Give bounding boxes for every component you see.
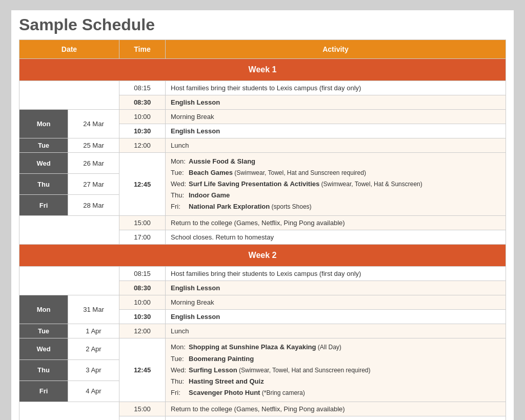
activity-cell: Host families bring their students to Le… (166, 267, 506, 281)
table-row: Mon31 Mar10:00Morning Break (19, 295, 506, 310)
activity-cell: Lunch (166, 138, 506, 153)
week-header-week2: Week 2 (19, 245, 506, 267)
time-cell: 12:00 (119, 138, 166, 153)
activity-cell: Morning Break (166, 295, 506, 310)
day-cell-tue: Tue (19, 324, 68, 338)
time-cell: 08:30 (119, 281, 166, 295)
table-header-row: Date Time Activity (19, 40, 506, 59)
activity-cell: English Lesson (166, 124, 506, 138)
activity-cell: Morning Break (166, 110, 506, 124)
week-header-week1: Week 1 (19, 59, 506, 81)
table-row: 15:00Return to the college (Games, Netfl… (19, 402, 506, 416)
date-cell-thu: 27 Mar (68, 174, 119, 195)
activity-cell-afternoon: Mon:Shopping at Sunshine Plaza & Kayakin… (166, 338, 506, 402)
time-cell: 17:00 (119, 230, 166, 245)
table-row: 08:15Host families bring their students … (19, 267, 506, 281)
date-cell-fri: 4 Apr (68, 381, 119, 402)
activity-cell: English Lesson (166, 281, 506, 295)
time-cell: 10:00 (119, 110, 166, 124)
table-row: Tue1 Apr12:00Lunch (19, 324, 506, 338)
activity-cell: School closes. Return to homestay (166, 416, 506, 420)
header-time: Time (119, 40, 166, 59)
activity-cell: English Lesson (166, 95, 506, 110)
activity-cell-afternoon: Mon:Aussie Food & SlangTue:Beach Games (… (166, 153, 506, 216)
date-cell-mon: 31 Mar (68, 295, 119, 324)
table-row: Mon24 Mar10:00Morning Break (19, 110, 506, 124)
header-activity: Activity (166, 40, 506, 59)
page-title: Sample Schedule (19, 15, 506, 34)
table-row: 08:15Host families bring their students … (19, 81, 506, 95)
time-cell: 15:00 (119, 216, 166, 230)
time-cell: 17:00 (119, 416, 166, 420)
time-cell: 12:00 (119, 324, 166, 338)
date-cell-wed: 26 Mar (68, 153, 119, 174)
time-cell-afternoon: 12:45 (119, 338, 166, 402)
time-cell: 10:30 (119, 124, 166, 138)
day-cell-thu: Thu (19, 359, 68, 381)
time-cell: 08:15 (119, 267, 166, 281)
date-cell-wed: 2 Apr (68, 338, 119, 359)
table-row: Wed2 Apr12:45Mon:Shopping at Sunshine Pl… (19, 338, 506, 359)
header-date: Date (19, 40, 119, 59)
time-cell: 10:30 (119, 310, 166, 324)
time-cell: 08:30 (119, 95, 166, 110)
day-cell-tue: Tue (19, 138, 68, 153)
time-cell-afternoon: 12:45 (119, 153, 166, 216)
table-row: Tue25 Mar12:00Lunch (19, 138, 506, 153)
date-cell-thu: 3 Apr (68, 359, 119, 381)
activity-cell: Lunch (166, 324, 506, 338)
day-cell-fri: Fri (19, 195, 68, 216)
day-cell-mon: Mon (19, 295, 68, 324)
day-cell-wed: Wed (19, 338, 68, 359)
time-cell: 15:00 (119, 402, 166, 416)
activity-cell: Host families bring their students to Le… (166, 81, 506, 95)
day-cell-wed: Wed (19, 153, 68, 174)
time-cell: 08:15 (119, 81, 166, 95)
day-cell-mon: Mon (19, 110, 68, 138)
date-cell-fri: 28 Mar (68, 195, 119, 216)
day-cell-fri: Fri (19, 381, 68, 402)
activity-cell: School closes. Return to homestay (166, 230, 506, 245)
table-row: 15:00Return to the college (Games, Netfl… (19, 216, 506, 230)
date-cell-tue: 25 Mar (68, 138, 119, 153)
activity-cell: English Lesson (166, 310, 506, 324)
page-container: Sample Schedule Date Time Activity Week … (11, 10, 514, 420)
date-cell-tue: 1 Apr (68, 324, 119, 338)
date-cell-mon: 24 Mar (68, 110, 119, 138)
time-cell: 10:00 (119, 295, 166, 310)
day-cell-thu: Thu (19, 174, 68, 195)
activity-cell: Return to the college (Games, Netflix, P… (166, 402, 506, 416)
schedule-table: Date Time Activity Week 108:15Host famil… (19, 39, 506, 420)
activity-cell: Return to the college (Games, Netflix, P… (166, 216, 506, 230)
table-row: Wed26 Mar12:45Mon:Aussie Food & SlangTue… (19, 153, 506, 174)
